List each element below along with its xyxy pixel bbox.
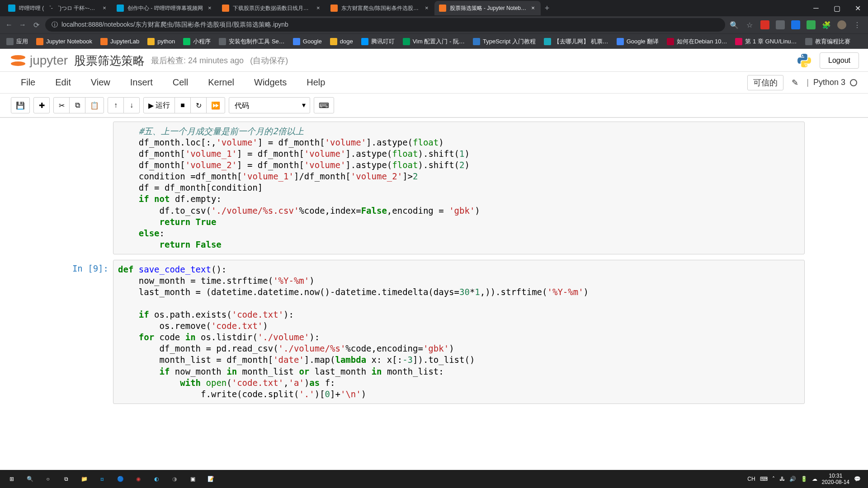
bookmark-favicon-icon xyxy=(147,38,155,45)
omnibox[interactable]: ⓘ localhost:8888/notebooks/东方财富爬虫/陈国彬条件选… xyxy=(45,18,725,32)
menu-widgets[interactable]: Widgets xyxy=(244,77,297,88)
cortana-icon[interactable]: ○ xyxy=(39,470,57,488)
bookmark-label: 应用 xyxy=(16,38,28,46)
clock[interactable]: 10:31 2020-08-14 xyxy=(822,473,849,486)
tray-chevron-icon[interactable]: ˄ xyxy=(772,476,775,482)
bookmark-item[interactable]: 应用 xyxy=(6,38,28,46)
tab-close-icon[interactable]: × xyxy=(315,5,321,11)
bookmark-item[interactable]: 【去哪儿网】 机票… xyxy=(544,38,609,46)
move-down-button[interactable]: ↓ xyxy=(123,97,140,113)
code-input[interactable]: #五、上一个月成交量是前一个月的2倍以上 df_month.loc[:,'vol… xyxy=(113,122,805,254)
bookmark-item[interactable]: 如何在Debian 10… xyxy=(667,38,727,46)
input-indicator[interactable]: ⌨ xyxy=(760,476,768,482)
vscode-icon[interactable]: ⧈ xyxy=(93,470,111,488)
notepad-icon[interactable]: 📝 xyxy=(202,470,220,488)
menu-view[interactable]: View xyxy=(81,77,120,88)
bookmark-label: Google 翻译 xyxy=(627,38,659,46)
bookmark-item[interactable]: TypeScript 入门教程 xyxy=(473,38,536,46)
code-cell[interactable]: #五、上一个月成交量是前一个月的2倍以上 df_month.loc[:,'vol… xyxy=(63,122,805,254)
start-button[interactable]: ⊞ xyxy=(3,470,21,488)
reload-button[interactable]: ⟳ xyxy=(32,20,41,29)
menu-insert[interactable]: Insert xyxy=(120,77,163,88)
bookmark-item[interactable]: doge xyxy=(330,38,353,45)
menu-help[interactable]: Help xyxy=(297,77,335,88)
search-icon[interactable]: 🔍 xyxy=(21,470,39,488)
extension-icon[interactable] xyxy=(791,20,800,29)
extensions-menu-icon[interactable]: 🧩 xyxy=(822,20,831,29)
extension-icon[interactable] xyxy=(776,20,785,29)
volume-icon[interactable]: 🔊 xyxy=(789,476,796,482)
tab-close-icon[interactable]: × xyxy=(530,5,536,11)
browser-tab[interactable]: 下载股票历史数据函数日线月线…× xyxy=(217,1,326,15)
onedrive-icon[interactable]: ☁ xyxy=(812,476,817,482)
chrome-icon[interactable]: 🔵 xyxy=(111,470,129,488)
profile-avatar[interactable] xyxy=(837,20,846,29)
tab-close-icon[interactable]: × xyxy=(207,5,213,11)
bookmark-favicon-icon xyxy=(617,38,624,45)
browser-tab[interactable]: 哔哩哔哩 ( ゜- ゜)つロ 干杯~-bil…× xyxy=(4,1,112,15)
bookmark-item[interactable]: JupyterLab xyxy=(100,38,139,45)
app-icon[interactable]: ◉ xyxy=(129,470,147,488)
bookmark-star-icon[interactable]: ☆ xyxy=(745,20,754,29)
copy-button[interactable]: ⧉ xyxy=(69,97,85,113)
move-up-button[interactable]: ↑ xyxy=(108,97,124,113)
bookmark-item[interactable]: Google 翻译 xyxy=(617,38,659,46)
run-button[interactable]: ▶ 运行 xyxy=(143,97,175,113)
bookmark-item[interactable]: Jupyter Notebook xyxy=(36,38,92,45)
bookmark-item[interactable]: 教育编程比赛 xyxy=(805,38,850,46)
tab-close-icon[interactable]: × xyxy=(424,5,430,11)
maximize-button[interactable]: ▢ xyxy=(826,0,847,16)
bookmark-item[interactable]: 小程序 xyxy=(183,38,211,46)
browser-tab[interactable]: 股票筛选策略 - Jupyter Noteb…× xyxy=(434,1,541,15)
restart-run-all-button[interactable]: ⏩ xyxy=(206,97,225,113)
bookmark-favicon-icon xyxy=(361,38,368,45)
notebook-name[interactable]: 股票筛选策略 xyxy=(74,53,145,69)
paste-button[interactable]: 📋 xyxy=(85,97,104,113)
bookmark-item[interactable]: Vim 配置入门 - 阮… xyxy=(403,38,465,46)
menu-edit[interactable]: Edit xyxy=(45,77,80,88)
browser-tab[interactable]: 东方财富爬虫/陈国彬条件选股项…× xyxy=(326,1,434,15)
menu-file[interactable]: File xyxy=(11,77,45,88)
trusted-indicator[interactable]: 可信的 xyxy=(747,75,783,90)
bookmark-item[interactable]: 腾讯叮叮 xyxy=(361,38,395,46)
cell-type-select[interactable]: 代码 xyxy=(229,97,310,113)
terminal-icon[interactable]: ▣ xyxy=(184,470,202,488)
notifications-icon[interactable]: 💬 xyxy=(854,476,861,482)
cut-button[interactable]: ✂ xyxy=(53,97,70,113)
bookmark-item[interactable]: 安装包制作工具 Se… xyxy=(219,38,285,46)
interrupt-button[interactable]: ■ xyxy=(175,97,191,113)
chrome-menu-icon[interactable]: ⋮ xyxy=(853,20,862,29)
save-button[interactable]: 💾 xyxy=(11,97,30,113)
add-cell-button[interactable]: ✚ xyxy=(33,97,50,113)
menu-kernel[interactable]: Kernel xyxy=(198,77,244,88)
kernel-indicator[interactable]: | Python 3 xyxy=(807,78,857,87)
tab-close-icon[interactable]: × xyxy=(101,5,108,11)
restart-button[interactable]: ↻ xyxy=(190,97,207,113)
notebook-container: #五、上一个月成交量是前一个月的2倍以上 df_month.loc[:,'vol… xyxy=(0,118,868,418)
browser-tab[interactable]: 创作中心 - 哔哩哔哩弹幕视频网× xyxy=(112,1,217,15)
command-palette-button[interactable]: ⌨ xyxy=(314,97,334,113)
network-icon[interactable]: 🖧 xyxy=(779,476,785,482)
task-view-icon[interactable]: ⧉ xyxy=(57,470,75,488)
forward-button[interactable]: → xyxy=(18,20,27,29)
bookmark-item[interactable]: Google xyxy=(293,38,322,45)
app-icon[interactable]: ◑ xyxy=(165,470,184,488)
file-explorer-icon[interactable]: 📁 xyxy=(75,470,93,488)
ime-indicator[interactable]: CH xyxy=(747,476,755,482)
logout-button[interactable]: Logout xyxy=(820,52,859,69)
bookmark-item[interactable]: 第 1 章 GNU/Linu… xyxy=(735,38,797,46)
code-cell[interactable]: In [9]:def save_code_text(): now_month =… xyxy=(63,260,805,404)
back-button[interactable]: ← xyxy=(5,20,14,29)
minimize-button[interactable]: ─ xyxy=(806,0,826,16)
app-icon[interactable]: ◐ xyxy=(147,470,165,488)
new-tab-button[interactable]: + xyxy=(541,2,553,14)
bookmark-item[interactable]: python xyxy=(147,38,175,45)
code-input[interactable]: def save_code_text(): now_month = time.s… xyxy=(113,260,805,404)
close-window-button[interactable]: ✕ xyxy=(847,0,868,16)
battery-icon[interactable]: 🔋 xyxy=(801,476,807,482)
menu-cell[interactable]: Cell xyxy=(163,77,198,88)
jupyter-logo[interactable]: jupyter xyxy=(9,52,68,70)
zoom-icon[interactable]: 🔍 xyxy=(730,20,739,29)
extension-icon[interactable] xyxy=(807,20,816,29)
extension-icon[interactable] xyxy=(760,20,769,29)
